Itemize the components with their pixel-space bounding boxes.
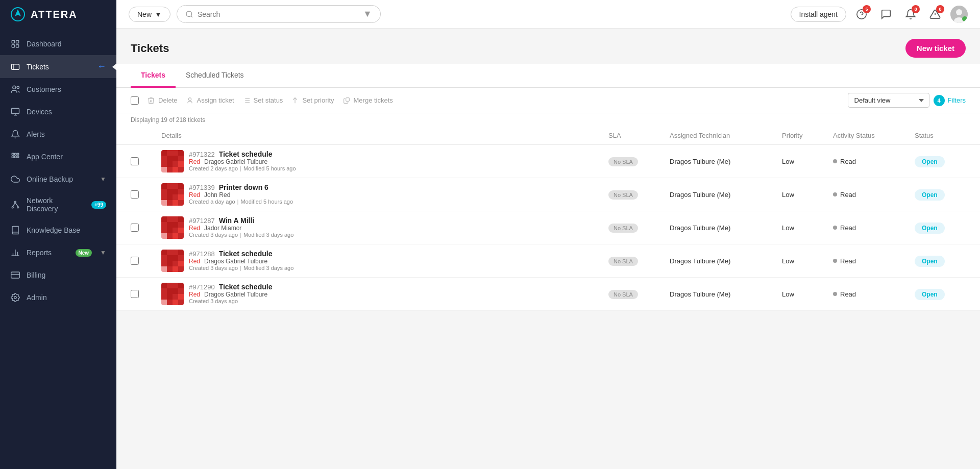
sidebar-item-devices[interactable]: Devices xyxy=(0,101,116,123)
ticket-sla: No SLA xyxy=(608,256,670,265)
chevron-down-icon: ▼ xyxy=(100,176,106,183)
technician-header: Assigned Technician xyxy=(670,132,782,139)
sidebar-item-label: Dashboard xyxy=(27,40,106,48)
svg-rect-112 xyxy=(173,266,178,272)
ticket-details: #971290 Ticket schedule Red Dragos Gabri… xyxy=(161,283,608,305)
svg-rect-4 xyxy=(12,45,14,47)
ticket-id: #971290 xyxy=(189,283,215,291)
svg-rect-82 xyxy=(161,216,167,222)
table-row[interactable]: #971288 Ticket schedule Red Dragos Gabri… xyxy=(116,244,980,278)
row-checkbox[interactable] xyxy=(131,290,139,298)
svg-rect-88 xyxy=(173,222,178,228)
ticket-details: #971287 Win A Milli Red Jador Miamor Cre… xyxy=(161,216,608,239)
view-dropdown[interactable]: Default view xyxy=(848,93,929,108)
ticket-thumbnail xyxy=(161,216,184,239)
svg-rect-96 xyxy=(173,233,178,239)
ticket-details: #971339 Printer down 6 Red John Red Crea… xyxy=(161,183,608,206)
svg-rect-17 xyxy=(15,156,17,158)
svg-rect-62 xyxy=(161,167,167,172)
sidebar-item-label: App Center xyxy=(27,153,106,161)
svg-rect-124 xyxy=(173,294,178,300)
sidebar-item-customers[interactable]: Customers xyxy=(0,78,116,101)
search-input[interactable] xyxy=(198,10,359,18)
svg-rect-70 xyxy=(161,189,167,194)
notifications-button[interactable]: 8 xyxy=(901,5,920,23)
table-row[interactable]: #971322 Ticket schedule Red Dragos Gabri… xyxy=(116,145,980,178)
row-checkbox[interactable] xyxy=(131,224,139,232)
svg-rect-72 xyxy=(173,189,178,194)
sidebar-item-alerts[interactable]: Alerts xyxy=(0,123,116,145)
svg-rect-128 xyxy=(173,300,178,305)
sidebar: ATTERA Dashboard Tickets ← xyxy=(0,0,116,469)
ticket-meta: Red Dragos Gabriel Tulbure xyxy=(189,291,272,298)
svg-rect-15 xyxy=(17,153,19,155)
status-dot xyxy=(833,259,837,263)
chat-button[interactable] xyxy=(877,5,895,23)
ticket-thumbnail xyxy=(161,150,184,172)
ticket-priority: Low xyxy=(782,290,833,298)
row-checkbox-col xyxy=(131,224,161,232)
ticket-dates: Created 3 days ago xyxy=(189,298,272,304)
help-button[interactable]: 5 xyxy=(852,5,871,23)
svg-point-9 xyxy=(17,86,19,89)
table-row[interactable]: #971290 Ticket schedule Red Dragos Gabri… xyxy=(116,278,980,311)
svg-point-41 xyxy=(188,97,191,100)
view-select: Default view 4 Filters xyxy=(848,93,966,108)
install-agent-button[interactable]: Install agent xyxy=(791,7,847,22)
no-sla-badge: No SLA xyxy=(608,157,638,166)
sidebar-item-network-discovery[interactable]: Network Discovery +99 xyxy=(0,190,116,219)
filters-button[interactable]: 4 Filters xyxy=(934,95,966,106)
set-priority-label: Set priority xyxy=(302,96,334,104)
svg-rect-28 xyxy=(11,272,20,278)
assign-icon xyxy=(186,96,194,105)
sidebar-item-app-center[interactable]: App Center xyxy=(0,145,116,168)
search-bar[interactable]: ▼ xyxy=(177,5,381,23)
merge-icon xyxy=(342,96,351,105)
displaying-text: Displaying 19 of 218 tickets xyxy=(116,113,980,127)
no-sla-badge: No SLA xyxy=(608,290,638,299)
svg-point-8 xyxy=(13,86,16,89)
new-ticket-button[interactable]: New ticket xyxy=(905,39,966,58)
svg-rect-106 xyxy=(161,261,167,266)
table-row[interactable]: #971287 Win A Milli Red Jador Miamor Cre… xyxy=(116,211,980,244)
sidebar-item-billing[interactable]: Billing xyxy=(0,264,116,286)
sidebar-item-reports[interactable]: Reports New ▼ xyxy=(0,241,116,264)
sidebar-item-admin[interactable]: Admin xyxy=(0,286,116,309)
assign-ticket-action[interactable]: Assign ticket xyxy=(186,96,234,105)
sidebar-item-tickets[interactable]: Tickets ← xyxy=(0,55,116,78)
select-all-checkbox[interactable] xyxy=(131,96,139,105)
set-priority-action[interactable]: Set priority xyxy=(291,96,334,105)
svg-rect-80 xyxy=(173,200,178,206)
avatar[interactable] xyxy=(950,6,968,23)
sidebar-item-label: Customers xyxy=(27,85,106,93)
svg-line-22 xyxy=(13,203,15,207)
cloud-icon xyxy=(10,174,20,184)
sidebar-item-dashboard[interactable]: Dashboard xyxy=(0,33,116,55)
svg-rect-73 xyxy=(178,189,184,194)
svg-rect-53 xyxy=(178,150,184,156)
merge-tickets-action[interactable]: Merge tickets xyxy=(342,96,393,105)
table-row[interactable]: #971339 Printer down 6 Red John Red Crea… xyxy=(116,178,980,211)
row-checkbox[interactable] xyxy=(131,190,139,199)
svg-rect-67 xyxy=(167,183,173,189)
tab-scheduled[interactable]: Scheduled Tickets xyxy=(176,64,254,88)
set-status-action[interactable]: Set status xyxy=(242,96,283,105)
row-checkbox[interactable] xyxy=(131,157,139,165)
svg-rect-110 xyxy=(161,266,167,272)
svg-point-40 xyxy=(962,16,967,21)
logo[interactable]: ATTERA xyxy=(0,0,116,29)
row-checkbox[interactable] xyxy=(131,257,139,265)
alerts-button[interactable]: 8 xyxy=(926,5,944,23)
ticket-status: Open xyxy=(915,190,966,199)
delete-action[interactable]: Delete xyxy=(147,96,178,105)
ticket-company: Red xyxy=(189,225,200,232)
tab-tickets[interactable]: Tickets xyxy=(131,64,176,88)
trash-icon xyxy=(147,96,155,105)
sidebar-item-online-backup[interactable]: Online Backup ▼ xyxy=(0,168,116,190)
new-button[interactable]: New ▼ xyxy=(129,7,170,22)
svg-rect-5 xyxy=(16,45,19,47)
svg-rect-113 xyxy=(178,266,184,272)
logo-icon xyxy=(10,7,26,22)
ticket-priority: Low xyxy=(782,224,833,232)
sidebar-item-knowledge-base[interactable]: Knowledge Base xyxy=(0,219,116,241)
